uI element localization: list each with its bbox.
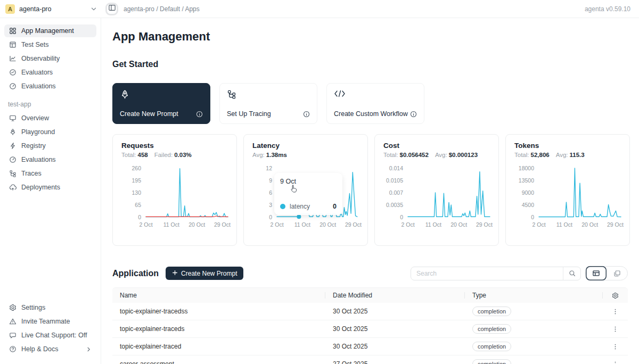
sidebar-item-label: Deployments [21, 184, 60, 191]
svg-text:29 Oct: 29 Oct [476, 221, 493, 228]
create-custom-workflow-card[interactable]: Create Custom Workflow [326, 83, 424, 124]
chat-bubble-icon [9, 332, 17, 339]
sidebar-footer: Settings Invite Teammate Live Chat Suppo… [4, 301, 96, 357]
sidebar-item-label: Live Chat Support: Off [21, 332, 87, 339]
app-date-modified: 30 Oct 2025 [325, 325, 465, 333]
table-view-button[interactable] [586, 266, 607, 280]
info-icon[interactable] [196, 111, 203, 118]
question-circle-icon [9, 345, 17, 353]
metric-title: Requests [121, 142, 228, 150]
type-badge: completion [472, 307, 511, 316]
row-menu-button[interactable] [603, 308, 628, 315]
table-tools [411, 266, 628, 280]
line-chart-icon [9, 55, 17, 62]
cost-chart[interactable]: 00.00350.0070.01050.0142 Oct11 Oct20 Oct… [383, 163, 493, 230]
card-label: Create New Prompt [120, 110, 178, 118]
tooltip-series-row: latency 0 [280, 203, 337, 210]
tokens-chart[interactable]: 04500900013500180002 Oct11 Oct20 Oct29 O… [514, 163, 624, 230]
column-header-name[interactable]: Name [112, 288, 325, 303]
requests-chart[interactable]: 0651301952602 Oct11 Oct20 Oct29 Oct [121, 163, 231, 230]
app-date-modified: 30 Oct 2025 [325, 343, 465, 350]
main-content: App Management Get Started Create New Pr… [101, 18, 639, 364]
sidebar-item-deployments[interactable]: Deployments [4, 181, 96, 194]
search-box [411, 267, 581, 280]
sidebar-item-help-docs[interactable]: Help & Docs [4, 343, 96, 355]
sidebar-item-label: Observability [21, 55, 60, 62]
sidebar-item-test-sets[interactable]: Test Sets [4, 38, 96, 51]
page-title: App Management [112, 29, 628, 44]
svg-text:0: 0 [269, 214, 272, 220]
set-up-tracing-card[interactable]: Set Up Tracing [219, 83, 317, 124]
metric-stats: Total:$0.056452 Avg:$0.000123 [383, 152, 490, 158]
table-row[interactable]: topic-explainer-tracedss 30 Oct 2025 com… [112, 303, 628, 320]
sidebar-item-app-management[interactable]: App Management [4, 24, 96, 37]
svg-text:20 Oct: 20 Oct [450, 221, 467, 228]
sidebar-item-traces[interactable]: Traces [4, 167, 96, 180]
info-icon[interactable] [303, 111, 310, 118]
grid-icon [9, 27, 17, 35]
get-started-cards: Create New Prompt Set Up Tracing Create … [112, 83, 628, 124]
cost-card: Cost Total:$0.056452 Avg:$0.000123 00.00… [374, 134, 499, 246]
search-icon[interactable] [563, 267, 580, 280]
view-toggle [585, 266, 628, 280]
sidebar-item-label: Overview [21, 114, 49, 122]
column-header-type[interactable]: Type [465, 288, 603, 303]
info-icon[interactable] [410, 111, 417, 118]
row-menu-button[interactable] [603, 343, 628, 350]
latency-card: Latency Avg:1.38ms 0369122 Oct11 Oct20 O… [243, 134, 368, 246]
svg-text:0.014: 0.014 [389, 165, 403, 171]
sidebar-item-label: Help & Docs [21, 345, 58, 353]
create-new-prompt-button[interactable]: Create New Prompt [166, 267, 243, 280]
svg-text:130: 130 [132, 189, 141, 196]
app-root: A agenta-pro agenta-pro / Default / Apps… [0, 0, 639, 364]
svg-text:9000: 9000 [522, 189, 535, 196]
sidebar-item-evaluators[interactable]: Evaluators [4, 66, 96, 79]
sidebar-item-evaluations[interactable]: Evaluations [4, 80, 96, 93]
table-row[interactable]: topic-explainer-traceds 30 Oct 2025 comp… [112, 320, 628, 338]
sidebar-item-settings[interactable]: Settings [4, 301, 96, 314]
table-icon [9, 41, 17, 48]
svg-text:2 Oct: 2 Oct [401, 221, 414, 228]
table-row[interactable]: topic-explainer-traced 30 Oct 2025 compl… [112, 338, 628, 355]
sidebar-item-label: Invite Teammate [21, 318, 70, 325]
sidebar-item-app-evaluations[interactable]: Evaluations [4, 153, 96, 166]
metric-stats: Total:458 Failed:0.03% [121, 152, 228, 158]
speedometer-icon [9, 82, 17, 90]
svg-text:0: 0 [531, 214, 534, 220]
sidebar-item-playground[interactable]: Playground [4, 126, 96, 138]
row-menu-button[interactable] [603, 326, 628, 333]
search-input[interactable] [411, 270, 563, 277]
table-header: Name Date Modified Type [112, 287, 628, 303]
sidebar-item-live-chat[interactable]: Live Chat Support: Off [4, 329, 96, 342]
svg-text:29 Oct: 29 Oct [607, 221, 624, 228]
app-name: topic-explainer-traceds [112, 325, 325, 333]
table-row[interactable]: career-assessment 27 Oct 2025 completion [112, 355, 628, 364]
column-settings-button[interactable] [603, 288, 628, 303]
sidebar-item-invite-teammate[interactable]: Invite Teammate [4, 315, 96, 328]
workspace-selector[interactable]: A agenta-pro [5, 4, 97, 14]
svg-text:4500: 4500 [522, 202, 535, 208]
row-menu-button[interactable] [603, 361, 628, 364]
svg-text:11 Oct: 11 Oct [425, 221, 441, 228]
svg-text:0.0105: 0.0105 [386, 177, 403, 184]
sidebar-item-observability[interactable]: Observability [4, 52, 96, 65]
card-label: Set Up Tracing [227, 110, 271, 118]
gear-icon [9, 304, 17, 311]
sidebar-item-label: Evaluations [21, 82, 56, 90]
sidebar-toggle-button[interactable] [105, 3, 118, 15]
sidebar-item-registry[interactable]: Registry [4, 139, 96, 152]
breadcrumb[interactable]: agenta-pro / Default / Apps [124, 5, 200, 13]
create-new-prompt-card[interactable]: Create New Prompt [112, 83, 210, 124]
metric-stats: Total:52,806 Avg:115.3 [514, 152, 621, 158]
metrics-row: Requests Total:458 Failed:0.03% 06513019… [112, 134, 628, 246]
card-view-button[interactable] [607, 266, 627, 280]
svg-text:6: 6 [269, 189, 272, 196]
sidebar-item-overview[interactable]: Overview [4, 112, 96, 125]
app-name: topic-explainer-tracedss [112, 308, 325, 315]
series-value: 0 [333, 203, 337, 210]
chart-tooltip: 9 Oct latency 0 [274, 173, 342, 215]
app-type: completion [465, 359, 603, 364]
column-header-date-modified[interactable]: Date Modified [325, 288, 465, 303]
workspace-avatar: A [5, 4, 15, 14]
metric-title: Latency [252, 142, 359, 150]
